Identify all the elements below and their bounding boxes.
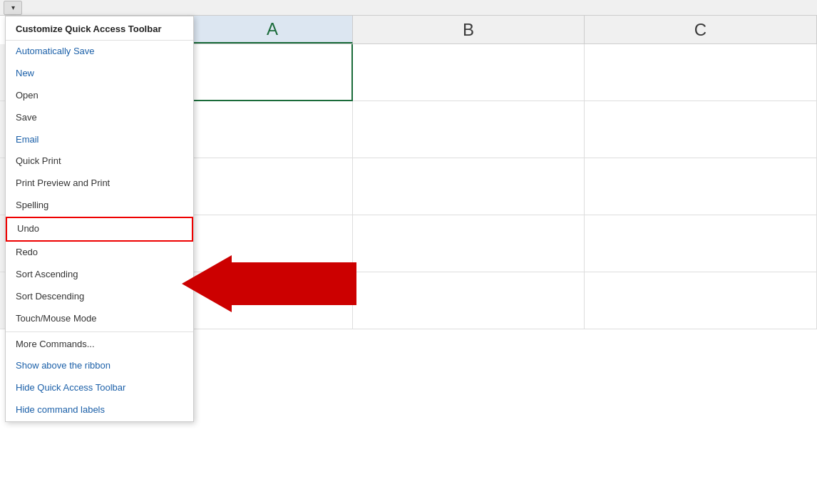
menu-separator-1 xyxy=(6,331,193,332)
column-header-a: A xyxy=(192,16,353,43)
cell-c5[interactable] xyxy=(585,272,817,329)
menu-item-sort-descending[interactable]: Sort Descending xyxy=(6,286,193,308)
column-header-b: B xyxy=(353,16,585,43)
cell-c1[interactable] xyxy=(585,44,817,101)
menu-item-show-above[interactable]: Show above the ribbon xyxy=(6,355,193,377)
menu-item-new[interactable]: New xyxy=(6,63,193,85)
quick-access-dropdown-button[interactable]: ▾ xyxy=(4,1,22,15)
dropdown-menu: Customize Quick Access Toolbar Automatic… xyxy=(5,16,194,422)
menu-item-quick-print[interactable]: Quick Print xyxy=(6,150,193,173)
cell-a2[interactable] xyxy=(192,101,353,158)
red-arrow xyxy=(182,255,356,312)
menu-item-more-commands[interactable]: More Commands... xyxy=(6,334,193,356)
column-header-c: C xyxy=(585,16,817,43)
menu-item-auto-save[interactable]: Automatically Save xyxy=(6,41,193,63)
arrow-shaft xyxy=(232,262,356,305)
cell-b5[interactable] xyxy=(353,272,585,329)
cell-c2[interactable] xyxy=(585,101,817,158)
cell-c4[interactable] xyxy=(585,215,817,272)
menu-item-redo[interactable]: Redo xyxy=(6,242,193,264)
menu-item-sort-ascending[interactable]: Sort Ascending xyxy=(6,264,193,286)
menu-item-spelling[interactable]: Spelling xyxy=(6,195,193,217)
cell-row-3 xyxy=(192,158,817,215)
cell-a1[interactable] xyxy=(192,44,353,101)
cell-b4[interactable] xyxy=(353,215,585,272)
menu-item-email[interactable]: Email xyxy=(6,129,193,151)
menu-item-open[interactable]: Open xyxy=(6,85,193,107)
cell-b1[interactable] xyxy=(353,44,585,101)
menu-title: Customize Quick Access Toolbar xyxy=(6,16,193,41)
ribbon-bar: ▾ xyxy=(0,0,817,16)
cell-b2[interactable] xyxy=(353,101,585,158)
menu-item-touch-mouse[interactable]: Touch/Mouse Mode xyxy=(6,308,193,330)
cell-c3[interactable] xyxy=(585,158,817,215)
column-headers: A B C xyxy=(192,16,817,44)
menu-item-undo[interactable]: Undo xyxy=(6,217,193,242)
cell-row-2 xyxy=(192,101,817,158)
cell-a3[interactable] xyxy=(192,158,353,215)
menu-item-print-preview[interactable]: Print Preview and Print xyxy=(6,173,193,195)
cell-row-1 xyxy=(192,44,817,101)
cell-b3[interactable] xyxy=(353,158,585,215)
menu-item-save[interactable]: Save xyxy=(6,107,193,129)
menu-item-hide-toolbar[interactable]: Hide Quick Access Toolbar xyxy=(6,377,193,399)
menu-item-hide-labels[interactable]: Hide command labels xyxy=(6,399,193,421)
arrow-tip xyxy=(182,255,232,312)
